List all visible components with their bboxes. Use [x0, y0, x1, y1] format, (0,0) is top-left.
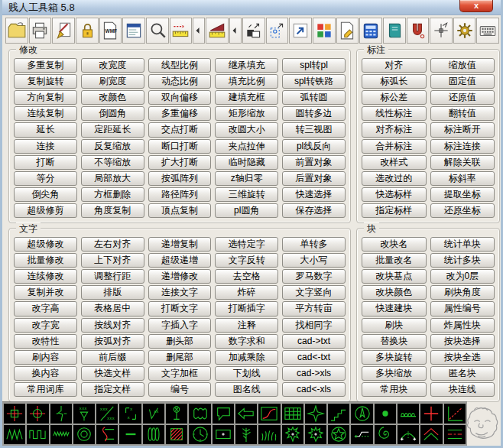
text-command-button[interactable]: 加减乘除	[215, 350, 278, 365]
block-command-button[interactable]: 多块旋转	[362, 350, 427, 365]
text-command-button[interactable]: 连接文字	[148, 285, 212, 300]
modify-command-button[interactable]: 不等缩放	[81, 155, 144, 170]
color-tools-button[interactable]	[313, 18, 336, 44]
modify-command-button[interactable]: 角度复制	[81, 203, 144, 218]
curve-chart-icon[interactable]	[258, 404, 280, 424]
text-command-button[interactable]: 数字求和	[215, 334, 278, 349]
modify-command-button[interactable]: 打断	[14, 155, 77, 170]
dimension-command-button[interactable]: 标注断开	[430, 122, 495, 137]
star-four-icon[interactable]	[305, 404, 326, 424]
coordinate-mark-icon[interactable]	[4, 404, 25, 424]
block-command-button[interactable]: 改块颜色	[362, 285, 427, 300]
text-command-button[interactable]: 文字反转	[215, 253, 278, 268]
modify-command-button[interactable]: 顶点复制	[148, 203, 212, 218]
text-command-button[interactable]: 排版	[81, 285, 144, 300]
modify-command-button[interactable]: 倒尖角	[14, 187, 77, 202]
block-command-button[interactable]: 替换块	[362, 334, 427, 349]
text-command-button[interactable]: 选特定字	[215, 237, 278, 252]
dimension-command-button[interactable]: 对齐标注	[362, 122, 427, 137]
text-command-button[interactable]: 图名线	[215, 382, 278, 397]
zoom-view-button[interactable]	[146, 18, 169, 44]
dash-line-icon[interactable]	[119, 425, 141, 445]
dimension-command-button[interactable]: 固定值	[430, 74, 495, 89]
text-command-button[interactable]: cad<-xls	[282, 382, 346, 397]
zigzag-wave-icon[interactable]	[4, 425, 25, 445]
modify-command-button[interactable]: 定距延长	[81, 122, 144, 137]
text-command-button[interactable]: 字插入字	[148, 318, 212, 333]
text-command-button[interactable]: 快选文样	[81, 366, 144, 381]
arrow-left-icon[interactable]	[235, 404, 257, 424]
modify-command-button[interactable]: 多重偏移	[148, 106, 212, 121]
dimension-command-button[interactable]: 选改过的	[362, 171, 427, 186]
weld-symbol-icon[interactable]: xxx	[73, 404, 95, 424]
modify-command-button[interactable]: 按弧阵列	[148, 171, 212, 186]
text-command-button[interactable]: 打断文字	[148, 301, 212, 316]
modify-command-button[interactable]: 路径阵列	[148, 187, 212, 202]
burst-plus-icon[interactable]	[282, 425, 303, 445]
rect-plus-icon[interactable]	[213, 425, 234, 445]
text-command-button[interactable]: 去空格	[215, 269, 278, 284]
stretch-move-button[interactable]	[242, 18, 265, 44]
modify-command-button[interactable]: 多重复制	[14, 58, 77, 73]
block-command-button[interactable]: 统计单块	[430, 237, 495, 252]
text-command-button[interactable]: 下划线	[215, 366, 278, 381]
modify-command-button[interactable]: 刷宽度	[81, 74, 144, 89]
north-compass-icon[interactable]	[351, 404, 372, 424]
arc-dots-icon[interactable]	[398, 425, 419, 445]
signpost-icon[interactable]	[166, 404, 187, 424]
modify-command-button[interactable]: pl圆角	[215, 203, 278, 218]
modify-command-button[interactable]: 断口打断	[148, 139, 212, 154]
dimension-command-button[interactable]: 合并标注	[362, 139, 427, 154]
manual-book-button[interactable]	[383, 18, 406, 44]
text-command-button[interactable]: 指定文样	[81, 382, 144, 397]
text-command-button[interactable]: 按弧对齐	[81, 334, 144, 349]
modify-command-button[interactable]: 夹点拉伸	[215, 139, 278, 154]
text-command-button[interactable]: 删尾部	[148, 350, 212, 365]
modify-command-button[interactable]: 前置对象	[282, 155, 346, 170]
dimension-command-button[interactable]: 标公差	[362, 90, 427, 105]
text-command-button[interactable]: 超级修改	[14, 237, 77, 252]
block-command-button[interactable]: 改块基点	[362, 269, 427, 284]
text-command-button[interactable]: 调整行距	[81, 269, 144, 284]
text-command-button[interactable]: 注释	[215, 318, 278, 333]
text-command-button[interactable]: cad->xls	[282, 366, 346, 381]
step-dots-icon[interactable]	[351, 425, 372, 445]
hatch-square-icon[interactable]	[166, 425, 187, 445]
dimension-command-button[interactable]: 还原值	[430, 90, 495, 105]
text-command-button[interactable]: 按线对齐	[81, 318, 144, 333]
dimension-command-button[interactable]: 快选标样	[362, 187, 427, 202]
concentric-circles-icon[interactable]	[73, 425, 95, 445]
pipe-hook-icon[interactable]	[96, 425, 118, 445]
dimension-command-button[interactable]: 标注连接	[430, 139, 495, 154]
properties-button[interactable]	[122, 18, 145, 44]
modify-command-button[interactable]: 弧转圆	[282, 90, 346, 105]
block-command-button[interactable]: 属性编号	[430, 301, 495, 316]
modify-command-button[interactable]: 转三视图	[282, 122, 346, 137]
modify-command-button[interactable]: 超级修剪	[14, 203, 77, 218]
text-command-button[interactable]: 大小写	[282, 253, 346, 268]
modify-command-button[interactable]: 方向复制	[14, 90, 77, 105]
roof-angle-icon[interactable]	[420, 425, 442, 445]
open-drawing-button[interactable]	[5, 18, 28, 44]
calculator-button[interactable]	[359, 18, 382, 44]
modify-command-button[interactable]: 交点打断	[148, 122, 212, 137]
text-command-button[interactable]: 连续修改	[14, 269, 77, 284]
dimension-command-button[interactable]: 提取坐标	[430, 187, 495, 202]
text-command-button[interactable]: 换内容	[14, 366, 77, 381]
square-wave-icon[interactable]	[27, 425, 48, 445]
hook-row-icon[interactable]	[398, 404, 419, 424]
modify-command-button[interactable]: 线型比例	[148, 58, 212, 73]
text-command-button[interactable]: 炸碎	[215, 285, 278, 300]
close-button[interactable]: x	[459, 0, 493, 12]
parallel-dashdot-icon[interactable]	[444, 425, 466, 445]
modify-command-button[interactable]: spl转pl	[282, 58, 346, 73]
block-command-button[interactable]: 按块选择	[430, 334, 495, 349]
block-command-button[interactable]: 多块缩放	[362, 366, 427, 381]
center-mark-icon[interactable]	[27, 404, 48, 424]
text-command-button[interactable]: 左右对齐	[81, 237, 144, 252]
measure-flip-button[interactable]	[193, 18, 205, 44]
text-command-button[interactable]: 平方转亩	[282, 301, 346, 316]
modify-command-button[interactable]: 填充比例	[215, 74, 278, 89]
dimension-command-button[interactable]: 改样式	[362, 155, 427, 170]
block-command-button[interactable]: 刷块角度	[430, 285, 495, 300]
